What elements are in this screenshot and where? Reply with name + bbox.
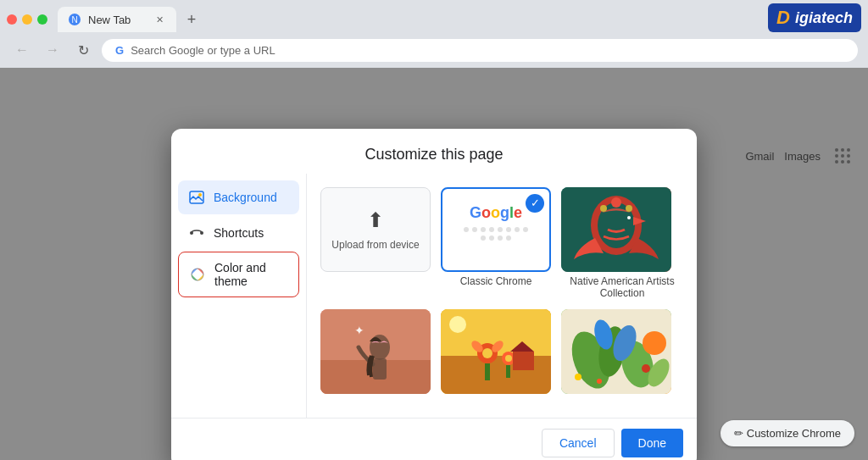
grid-row-2: ✦: [320, 309, 683, 394]
browser-tab[interactable]: N New Tab ✕: [58, 7, 176, 32]
green-thumb-container: [561, 309, 671, 394]
dot: [464, 227, 469, 232]
new-tab-button[interactable]: +: [180, 8, 203, 31]
svg-text:✦: ✦: [354, 324, 364, 337]
dot: [498, 236, 503, 241]
svg-rect-27: [485, 363, 490, 380]
forward-button[interactable]: →: [41, 38, 64, 62]
cancel-button[interactable]: Cancel: [542, 429, 615, 457]
ntp-background: Gmail Images ✏ Customize Chrome Customiz…: [0, 68, 868, 460]
svg-point-4: [190, 231, 193, 235]
svg-point-45: [597, 379, 602, 384]
customize-modal: Customize this page Backgrou: [171, 129, 697, 461]
svg-point-14: [611, 197, 621, 208]
customize-sidebar: Background Shortcuts: [171, 174, 307, 418]
tab-label: New Tab: [88, 14, 146, 26]
pink-wallpaper-thumb[interactable]: ✦: [320, 309, 431, 394]
svg-rect-31: [513, 352, 534, 370]
address-bar: ← → ↻ G Search Google or type a URL: [0, 32, 868, 68]
close-window-btn[interactable]: [7, 14, 17, 25]
logo-d: D: [776, 7, 790, 29]
yellow-wallpaper-thumb[interactable]: [441, 309, 551, 394]
tab-bar: N New Tab ✕ +: [0, 0, 868, 32]
upload-icon: ⬆: [367, 208, 384, 232]
svg-point-42: [643, 331, 666, 355]
svg-point-3: [198, 193, 202, 197]
shortcuts-icon: [188, 224, 205, 241]
svg-point-29: [505, 355, 512, 362]
svg-text:N: N: [71, 15, 77, 25]
svg-point-44: [575, 374, 581, 380]
tab-favicon: N: [68, 13, 81, 26]
g-red2: e: [514, 204, 522, 221]
selected-badge: ✓: [526, 194, 544, 213]
svg-point-33: [449, 316, 466, 333]
g-red: o: [481, 204, 491, 221]
yellow-art-svg: [441, 309, 551, 394]
sidebar-shortcuts-label: Shortcuts: [214, 226, 264, 240]
modal-overlay: Customize this page Backgrou: [0, 136, 868, 460]
reload-button[interactable]: ↻: [71, 38, 95, 62]
logo-text: igiatech: [795, 9, 853, 27]
svg-point-26: [482, 348, 492, 358]
address-text: Search Google or type a URL: [131, 44, 275, 57]
dot: [506, 227, 511, 232]
g-blue: G: [470, 204, 481, 221]
modal-header: Customize this page: [171, 129, 697, 174]
content-area: ⬆ Upload from device ✓ Google: [307, 174, 697, 418]
classic-chrome-container: ✓ Google: [441, 187, 551, 299]
dot: [481, 227, 486, 232]
sidebar-item-color-theme[interactable]: Color and theme: [178, 252, 299, 297]
modal-body: Background Shortcuts: [171, 174, 697, 418]
native-american-container: Native American Artists Collection: [561, 187, 683, 299]
classic-chrome-label: Classic Chrome: [441, 275, 551, 287]
svg-point-43: [642, 364, 650, 373]
dot: [489, 236, 494, 241]
search-dots: [462, 227, 530, 241]
upload-from-device-thumb[interactable]: ⬆ Upload from device: [320, 187, 431, 272]
sidebar-color-theme-label: Color and theme: [214, 261, 288, 288]
modal-title: Customize this page: [192, 146, 676, 163]
svg-point-5: [200, 231, 203, 235]
back-button[interactable]: ←: [10, 38, 34, 62]
svg-rect-30: [506, 365, 510, 378]
svg-point-13: [627, 216, 631, 219]
sidebar-item-shortcuts[interactable]: Shortcuts: [178, 216, 299, 250]
grid-row-1: ⬆ Upload from device ✓ Google: [320, 187, 683, 299]
tab-close-btn[interactable]: ✕: [153, 13, 166, 26]
svg-point-16: [626, 205, 632, 212]
dot: [515, 227, 520, 232]
background-icon: [188, 189, 205, 206]
pink-art-svg: ✦: [320, 309, 431, 394]
pink-thumb-container: ✦: [320, 309, 431, 394]
yellow-thumb-container: [441, 309, 551, 394]
green-wallpaper-thumb[interactable]: [561, 309, 671, 394]
green-art-svg: [561, 309, 671, 394]
traffic-lights: [7, 14, 47, 25]
native-art-svg: [561, 187, 671, 272]
done-button[interactable]: Done: [621, 429, 683, 457]
minimize-window-btn[interactable]: [22, 14, 32, 25]
dot: [481, 236, 486, 241]
sidebar-item-background[interactable]: Background: [178, 180, 299, 214]
upload-from-device-container: ⬆ Upload from device: [320, 187, 431, 299]
svg-point-7: [195, 272, 200, 277]
classic-chrome-thumb[interactable]: ✓ Google: [441, 187, 551, 272]
color-theme-icon: [189, 266, 206, 283]
svg-point-15: [600, 205, 607, 212]
g-blue2: g: [500, 204, 509, 221]
dot: [489, 227, 494, 232]
native-american-label: Native American Artists Collection: [561, 275, 683, 299]
google-icon: G: [115, 44, 124, 57]
svg-rect-20: [373, 358, 387, 380]
sidebar-background-label: Background: [214, 191, 277, 204]
maximize-window-btn[interactable]: [37, 14, 47, 25]
native-american-thumb[interactable]: [561, 187, 671, 272]
address-input[interactable]: G Search Google or type a URL: [102, 39, 858, 62]
svg-rect-24: [441, 356, 551, 394]
dot: [523, 227, 528, 232]
browser-chrome: N New Tab ✕ + ← → ↻ G Search Google or t…: [0, 0, 868, 68]
upload-label-text: Upload from device: [331, 239, 419, 251]
google-logo: Google: [470, 204, 522, 222]
logo-area: D igiatech: [768, 3, 861, 32]
